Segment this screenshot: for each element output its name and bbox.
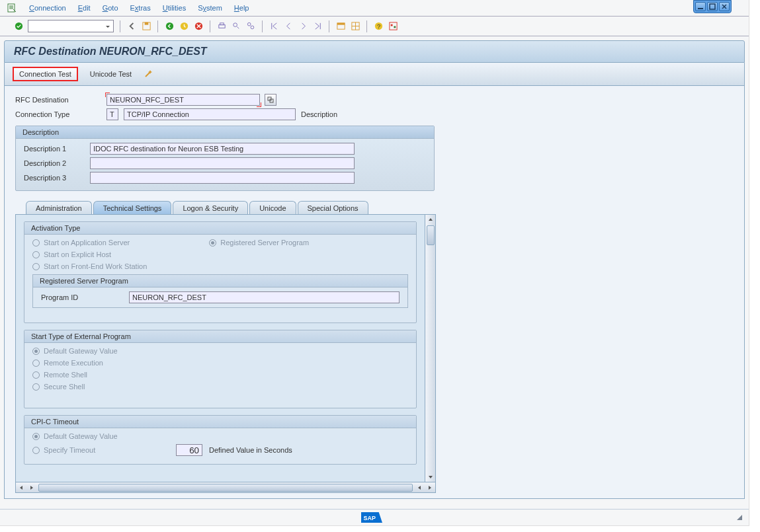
start-app-server-label: Start on Application Server <box>44 239 130 247</box>
radio-remote-shell[interactable] <box>32 371 40 379</box>
defined-value-label: Defined Value in Seconds <box>209 446 292 454</box>
h-scroll-thumb[interactable] <box>38 484 413 492</box>
remote-shell-label: Remote Shell <box>44 371 87 379</box>
exit-icon[interactable] <box>179 21 189 32</box>
menu-bar: Connection Edit Goto Extras Utilities Sy… <box>0 0 749 17</box>
unicode-test-button[interactable]: Unicode Test <box>85 68 137 80</box>
horizontal-scrollbar[interactable] <box>15 482 436 493</box>
description3-field[interactable] <box>90 172 355 184</box>
save-icon[interactable] <box>141 21 151 32</box>
secure-shell-label: Secure Shell <box>44 383 85 391</box>
radio-start-app-server[interactable] <box>32 239 40 247</box>
find-next-icon[interactable] <box>245 21 256 32</box>
title-panel: RFC Destination NEURON_RFC_DEST <box>4 40 745 63</box>
radio-secure-shell[interactable] <box>32 383 40 391</box>
back-icon[interactable] <box>126 21 137 32</box>
svg-rect-17 <box>337 23 344 25</box>
back-green-icon[interactable] <box>164 21 175 32</box>
connection-test-button[interactable]: Connection Test <box>13 67 78 81</box>
svg-point-8 <box>165 22 173 30</box>
tab-logon-security[interactable]: Logon & Security <box>173 201 248 215</box>
window-controls <box>693 0 732 13</box>
wand-icon[interactable] <box>144 69 153 79</box>
f4-help-button[interactable] <box>265 94 276 106</box>
cpic-default-label: Default Gateway Value <box>44 432 118 440</box>
scroll-left2-icon[interactable] <box>414 483 425 492</box>
svg-rect-11 <box>218 25 224 28</box>
cpic-timeout-title: CPI-C Timeout <box>24 416 416 428</box>
svg-rect-1 <box>710 4 715 9</box>
new-session-icon[interactable] <box>335 21 346 32</box>
radio-registered-server[interactable] <box>209 239 216 247</box>
radio-cpic-specify[interactable] <box>32 447 40 454</box>
program-id-label: Program ID <box>41 293 129 301</box>
scroll-left-icon[interactable] <box>16 483 26 492</box>
connection-type-code[interactable]: T <box>106 108 118 120</box>
print-icon[interactable] <box>216 21 227 32</box>
application-toolbar: Connection Test Unicode Test <box>4 63 745 86</box>
first-page-icon[interactable] <box>269 21 279 32</box>
description1-label: Description 1 <box>24 145 90 153</box>
menu-edit[interactable]: Edit <box>78 4 91 12</box>
menu-system[interactable]: System <box>198 4 222 12</box>
last-page-icon[interactable] <box>312 21 323 32</box>
next-page-icon[interactable] <box>298 21 308 32</box>
maximize-button[interactable] <box>707 2 718 11</box>
scroll-right-icon[interactable] <box>425 483 435 492</box>
find-icon[interactable] <box>231 21 241 32</box>
scroll-up-icon[interactable] <box>425 215 436 224</box>
connection-type-text[interactable]: TCP/IP Connection <box>124 108 296 120</box>
resize-gripper-icon[interactable] <box>737 515 742 520</box>
activation-type-group: Activation Type Start on Application Ser… <box>24 221 417 323</box>
radio-remote-exec[interactable] <box>32 360 40 367</box>
tab-special-options[interactable]: Special Options <box>298 201 368 215</box>
svg-text:SAP: SAP <box>364 515 376 521</box>
svg-point-14 <box>247 22 251 26</box>
enter-icon[interactable] <box>13 21 24 32</box>
description2-label: Description 2 <box>24 159 90 167</box>
menu-icon[interactable] <box>7 3 17 13</box>
description3-label: Description 3 <box>24 174 90 182</box>
rfc-destination-label: RFC Destination <box>15 96 101 104</box>
scroll-down-icon[interactable] <box>425 473 436 482</box>
registered-server-label: Registered Server Program <box>220 239 309 247</box>
sap-logo: SAP <box>360 512 384 523</box>
menu-connection[interactable]: Connection <box>29 4 66 12</box>
menu-extras[interactable]: Extras <box>130 4 151 12</box>
layout-icon[interactable] <box>350 21 360 32</box>
minimize-button[interactable] <box>695 2 706 11</box>
radio-default-gateway[interactable] <box>32 348 40 355</box>
timeout-field[interactable] <box>176 444 202 456</box>
cpic-timeout-group: CPI-C Timeout Default Gateway Value Spec… <box>24 415 417 465</box>
help-icon[interactable]: ? <box>373 21 384 32</box>
program-id-field[interactable]: NEURON_RFC_DEST <box>129 291 400 303</box>
rfc-destination-field[interactable]: NEURON_RFC_DEST <box>106 94 260 106</box>
technical-settings-panel: Activation Type Start on Application Ser… <box>15 214 425 482</box>
tab-unicode[interactable]: Unicode <box>249 201 296 215</box>
scroll-thumb[interactable] <box>427 225 435 245</box>
start-type-group: Start Type of External Program Default G… <box>24 330 417 408</box>
status-bar: SAP <box>0 509 749 525</box>
svg-rect-22 <box>390 24 392 26</box>
tab-administration[interactable]: Administration <box>26 201 92 215</box>
description2-field[interactable] <box>90 157 355 169</box>
svg-point-15 <box>251 26 254 29</box>
menu-help[interactable]: Help <box>234 4 249 12</box>
radio-start-frontend[interactable] <box>32 263 40 270</box>
svg-point-13 <box>233 23 237 27</box>
tab-technical-settings[interactable]: Technical Settings <box>93 201 172 215</box>
svg-rect-23 <box>394 26 396 28</box>
menu-goto[interactable]: Goto <box>103 4 118 12</box>
cancel-icon[interactable] <box>193 21 204 32</box>
description-group-title: Description <box>16 126 434 139</box>
menu-utilities[interactable]: Utilities <box>163 4 186 12</box>
settings-icon[interactable] <box>388 21 398 32</box>
radio-cpic-default[interactable] <box>32 433 40 440</box>
radio-start-explicit[interactable] <box>32 251 40 258</box>
close-button[interactable] <box>719 2 730 11</box>
command-field[interactable] <box>28 20 114 32</box>
connection-type-label: Connection Type <box>15 110 101 118</box>
prev-page-icon[interactable] <box>283 21 294 32</box>
description1-field[interactable]: IDOC RFC destination for Neuron ESB Test… <box>90 143 355 155</box>
vertical-scrollbar[interactable] <box>425 214 436 482</box>
